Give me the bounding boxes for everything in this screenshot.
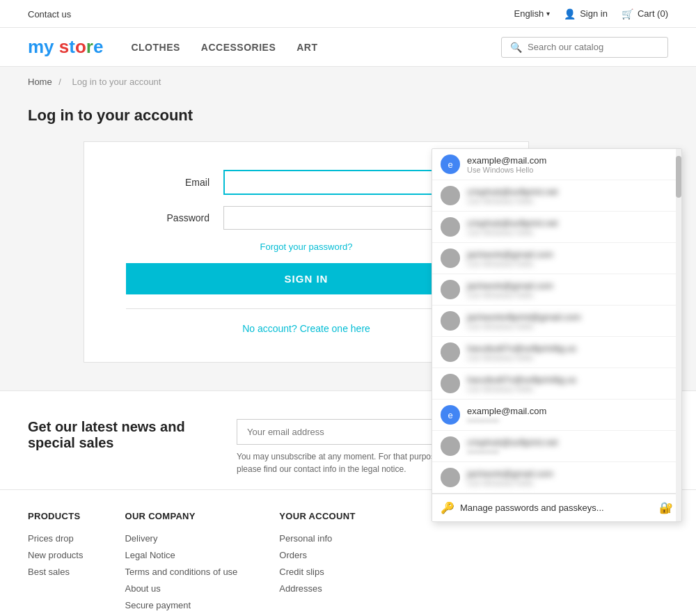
ac-email-4: jachwork@gmail.com <box>467 281 673 291</box>
list-item: Best sales <box>28 566 83 577</box>
footer-personal-info[interactable]: Personal info <box>279 533 332 544</box>
header: my store CLOTHES ACCESSORIES ART 🔍 <box>0 28 696 67</box>
ac-email-0: example@mail.com <box>467 155 673 166</box>
avatar-2 <box>441 217 460 237</box>
list-item: Prices drop <box>28 532 83 544</box>
footer-new-products[interactable]: New products <box>28 550 83 560</box>
password-input[interactable] <box>223 206 441 230</box>
passkey-icon: 🔐 <box>659 501 673 514</box>
page-title: Log in to your account <box>28 106 668 125</box>
logo-store-r: s <box>59 36 69 57</box>
ac-email-5: jachworkoftprint@gmail.com <box>467 312 673 322</box>
contact-link[interactable]: Contact us <box>28 9 71 19</box>
list-item: Terms and conditions of use <box>125 566 237 577</box>
nav-accessories[interactable]: ACCESSORIES <box>201 42 276 53</box>
ac-email-2: crisphub@softprint.net <box>467 218 673 228</box>
forgot-password-link[interactable]: Forgot your password? <box>260 242 353 252</box>
footer-orders[interactable]: Orders <box>279 550 307 560</box>
search-icon: 🔍 <box>510 42 522 53</box>
list-item: New products <box>28 549 83 560</box>
breadcrumb: Home / Log in to your account <box>0 67 696 93</box>
ac-email-9: crisphub@softprint.net <box>467 437 673 448</box>
ac-email-10: jachwork@gmail.com <box>467 468 673 479</box>
footer-addresses[interactable]: Addresses <box>279 583 322 594</box>
avatar-8: e <box>441 405 460 425</box>
scrollbar-thumb <box>676 156 681 198</box>
nav-art[interactable]: ART <box>296 42 317 53</box>
chevron-down-icon: ▾ <box>546 10 550 17</box>
ac-email-8: example@mail.com <box>467 406 673 416</box>
logo[interactable]: my store <box>28 36 103 58</box>
list-item: Orders <box>279 549 355 560</box>
footer-best-sales[interactable]: Best sales <box>28 567 70 577</box>
list-item: Legal Notice <box>125 549 237 560</box>
avatar-10 <box>441 468 460 487</box>
footer-about-us[interactable]: About us <box>125 583 160 594</box>
autocomplete-item-2[interactable]: crisphub@softprint.net Use Windows Hello <box>432 212 681 243</box>
cart-button[interactable]: Cart (0) <box>622 8 668 19</box>
autocomplete-item-5[interactable]: jachworkoftprint@gmail.com Use Windows H… <box>432 306 681 337</box>
search-input[interactable] <box>528 42 659 52</box>
footer-col-company: OUR COMPANY Delivery Legal Notice Terms … <box>125 511 237 616</box>
signin-button[interactable]: Sign in <box>564 8 608 19</box>
footer-delivery[interactable]: Delivery <box>125 533 157 544</box>
footer-prices-drop[interactable]: Prices drop <box>28 533 74 544</box>
footer-terms[interactable]: Terms and conditions of use <box>125 567 237 577</box>
autocomplete-item-0[interactable]: e example@mail.com Use Windows Hello <box>432 149 681 180</box>
create-account-link[interactable]: No account? Create one here <box>242 323 370 334</box>
autocomplete-item-1[interactable]: crisphub@softprint.net Use Windows Hello <box>432 180 681 212</box>
autocomplete-dropdown: e example@mail.com Use Windows Hello cri… <box>432 148 682 522</box>
logo-my: my <box>28 36 59 57</box>
list-item: Secure payment <box>125 599 237 610</box>
ac-email-1: crisphub@softprint.net <box>467 187 673 197</box>
ac-sub-9: •••••••••••• <box>467 448 673 456</box>
avatar-1 <box>441 186 460 205</box>
breadcrumb-home[interactable]: Home <box>28 77 52 87</box>
ac-sub-8: •••••••••••• <box>467 416 673 425</box>
footer-company-list: Delivery Legal Notice Terms and conditio… <box>125 532 237 610</box>
ac-sub-10: Use Windows Hello <box>467 479 673 487</box>
footer-col-products: PRODUCTS Prices drop New products Best s… <box>28 511 83 616</box>
avatar-0: e <box>441 155 460 174</box>
newsletter-disclaimer: You may unsubscribe at any moment. For t… <box>237 450 445 475</box>
nav-clothes[interactable]: CLOTHES <box>131 42 180 53</box>
list-item: Credit slips <box>279 566 355 577</box>
footer-products-heading: PRODUCTS <box>28 511 83 521</box>
avatar-4 <box>441 280 460 299</box>
avatar-3 <box>441 248 460 268</box>
breadcrumb-separator: / <box>58 77 63 87</box>
footer-account-heading: YOUR ACCOUNT <box>279 511 355 521</box>
ac-sub-1: Use Windows Hello <box>467 197 673 205</box>
breadcrumb-current: Log in to your account <box>72 77 161 87</box>
ac-email-7: hacultudt7n@softprintlig.us <box>467 374 673 385</box>
logo-store-t: t <box>69 36 75 57</box>
footer-credit-slips[interactable]: Credit slips <box>279 567 324 577</box>
footer-account-list: Personal info Orders Credit slips Addres… <box>279 532 355 594</box>
autocomplete-item-3[interactable]: jachwork@gmail.com Use Windows Hello <box>432 243 681 274</box>
list-item: Addresses <box>279 583 355 594</box>
ac-sub-3: Use Windows Hello <box>467 260 673 268</box>
logo-store-o: o <box>75 36 86 57</box>
autocomplete-item-7[interactable]: hacultudt7n@softprintlig.us Use Windows … <box>432 368 681 400</box>
ac-sub-5: Use Windows Hello <box>467 322 673 331</box>
ac-email-6: hacultudt7n@softprintlig.us <box>467 343 673 354</box>
footer-legal-notice[interactable]: Legal Notice <box>125 550 175 560</box>
footer-company-heading: OUR COMPANY <box>125 511 237 521</box>
autocomplete-item-6[interactable]: hacultudt7n@softprintlig.us Use Windows … <box>432 337 681 368</box>
top-bar: Contact us English ▾ Sign in Cart (0) <box>0 0 696 28</box>
autocomplete-item-4[interactable]: jachwork@gmail.com Use Windows Hello <box>432 274 681 306</box>
ac-sub-7: Use Windows Hello <box>467 385 673 393</box>
autocomplete-item-10[interactable]: jachwork@gmail.com Use Windows Hello <box>432 462 681 493</box>
email-label: Email <box>126 177 209 188</box>
cart-icon <box>622 8 633 19</box>
manage-passwords-row[interactable]: 🔑 Manage passwords and passkeys... 🔐 <box>432 493 681 521</box>
language-selector[interactable]: English ▾ <box>514 8 551 19</box>
autocomplete-item-8[interactable]: e example@mail.com •••••••••••• <box>432 400 681 431</box>
footer-secure-payment[interactable]: Secure payment <box>125 600 191 610</box>
manage-passwords-label: Manage passwords and passkeys... <box>460 503 659 513</box>
top-bar-left: Contact us <box>28 8 71 19</box>
autocomplete-item-9[interactable]: crisphub@softprint.net •••••••••••• <box>432 431 681 462</box>
scrollbar[interactable] <box>676 149 681 521</box>
logo-store-re: r <box>86 36 93 57</box>
key-icon: 🔑 <box>441 501 454 514</box>
